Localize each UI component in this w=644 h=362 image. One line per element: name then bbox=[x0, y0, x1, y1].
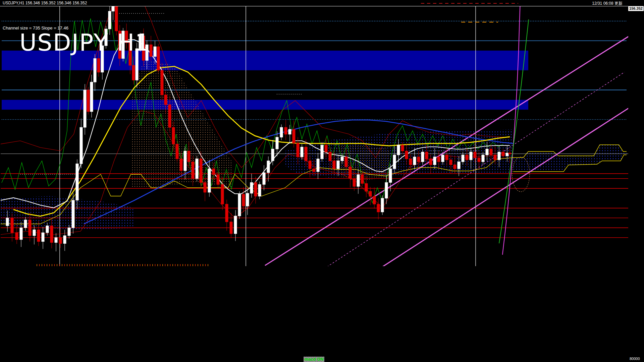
candle-body bbox=[258, 184, 261, 196]
candle-body bbox=[238, 194, 241, 216]
candle-body bbox=[409, 159, 412, 165]
candle-body bbox=[217, 175, 219, 184]
candle-body bbox=[389, 169, 392, 182]
candle-body bbox=[449, 160, 452, 165]
candle-body bbox=[458, 162, 460, 169]
volume-scale-label: 80000 bbox=[630, 357, 640, 361]
candle-body bbox=[329, 152, 331, 161]
chart-watermark-title: USDJPY H1 bbox=[19, 29, 151, 56]
candle-body bbox=[508, 153, 511, 154]
candle-body bbox=[470, 152, 472, 160]
candle-body bbox=[50, 226, 53, 243]
candle-body bbox=[250, 182, 253, 193]
candle-body bbox=[115, 5, 118, 31]
candle-body bbox=[37, 230, 40, 241]
candle-body bbox=[478, 158, 480, 162]
candle-body bbox=[97, 58, 100, 72]
candle-body bbox=[46, 226, 49, 233]
candle-body bbox=[284, 127, 287, 134]
candle-body bbox=[196, 159, 198, 179]
candle-body bbox=[6, 218, 9, 226]
candle-body bbox=[453, 165, 456, 169]
future-cloud bbox=[513, 145, 627, 172]
candle-body bbox=[212, 169, 215, 175]
candle-body bbox=[309, 161, 311, 169]
candle-body bbox=[345, 157, 347, 167]
candle-body bbox=[337, 161, 339, 169]
candle-body bbox=[317, 159, 319, 172]
candle-body bbox=[494, 155, 496, 160]
candle-body bbox=[187, 151, 190, 162]
candle-body bbox=[87, 90, 90, 112]
candle-body bbox=[234, 216, 237, 234]
candle-body bbox=[433, 157, 436, 165]
candle-body bbox=[168, 105, 171, 127]
macd-toggle-button[interactable]: macd ON bbox=[304, 357, 324, 362]
candle-body bbox=[381, 198, 384, 212]
candle-body bbox=[242, 194, 245, 206]
candle-body bbox=[506, 153, 508, 156]
candle-body bbox=[90, 82, 93, 112]
candle-body bbox=[204, 182, 206, 192]
candle-body bbox=[33, 230, 36, 236]
candle-body bbox=[401, 145, 404, 151]
candle-body bbox=[76, 164, 78, 200]
candle-body bbox=[11, 218, 13, 233]
candle-body bbox=[502, 152, 504, 156]
candle-body bbox=[445, 155, 448, 160]
candle-body bbox=[254, 182, 257, 196]
candle-body bbox=[267, 161, 270, 173]
candle-body bbox=[154, 47, 156, 56]
candle-body bbox=[429, 159, 432, 165]
candle-body bbox=[369, 191, 372, 196]
candle-body bbox=[132, 65, 135, 80]
candle-body bbox=[15, 233, 18, 240]
candle-body bbox=[357, 175, 360, 186]
candle-body bbox=[29, 220, 31, 236]
candle-body bbox=[225, 204, 228, 222]
candle-body bbox=[341, 157, 343, 161]
candle-body bbox=[94, 58, 96, 82]
candle-body bbox=[176, 144, 178, 159]
candle-body bbox=[288, 129, 291, 134]
candle-body bbox=[112, 5, 114, 11]
candle-body bbox=[421, 152, 424, 162]
time-axis-strip[interactable]: macd ON bbox=[0, 356, 644, 362]
candle-body bbox=[164, 95, 167, 105]
candle-body bbox=[271, 149, 274, 161]
candle-body bbox=[55, 238, 57, 243]
candle-body bbox=[397, 145, 400, 155]
candle-body bbox=[80, 127, 83, 164]
current-price-tag: 156.352 bbox=[628, 6, 644, 11]
candle-body bbox=[466, 155, 468, 160]
candle-body bbox=[441, 155, 444, 162]
candle-body bbox=[42, 233, 44, 241]
candle-body bbox=[276, 137, 278, 149]
candle-body bbox=[305, 147, 307, 161]
candle-body bbox=[413, 157, 416, 165]
candle-body bbox=[353, 179, 356, 186]
candle-body bbox=[263, 173, 265, 184]
candle-body bbox=[221, 184, 224, 204]
candle-body bbox=[405, 151, 408, 159]
candle-body bbox=[365, 183, 368, 191]
candle-body bbox=[200, 159, 202, 182]
candle-body bbox=[84, 90, 86, 127]
candle-body bbox=[161, 70, 163, 95]
candle-body bbox=[208, 169, 211, 192]
candle-body bbox=[68, 228, 70, 235]
candle-body bbox=[349, 167, 352, 178]
candle-body bbox=[333, 161, 335, 169]
candle-body bbox=[172, 127, 175, 144]
price-axis[interactable]: 156.352 bbox=[628, 6, 644, 355]
candle-body bbox=[180, 159, 182, 171]
candle-body bbox=[246, 193, 249, 206]
candle-body bbox=[321, 145, 323, 159]
candle-body bbox=[482, 155, 484, 162]
candle-body bbox=[184, 151, 186, 171]
candle-body bbox=[24, 220, 27, 228]
candle-body bbox=[393, 155, 396, 169]
candle-body bbox=[373, 196, 376, 204]
candle-body bbox=[230, 222, 232, 234]
candle-body bbox=[417, 157, 420, 162]
